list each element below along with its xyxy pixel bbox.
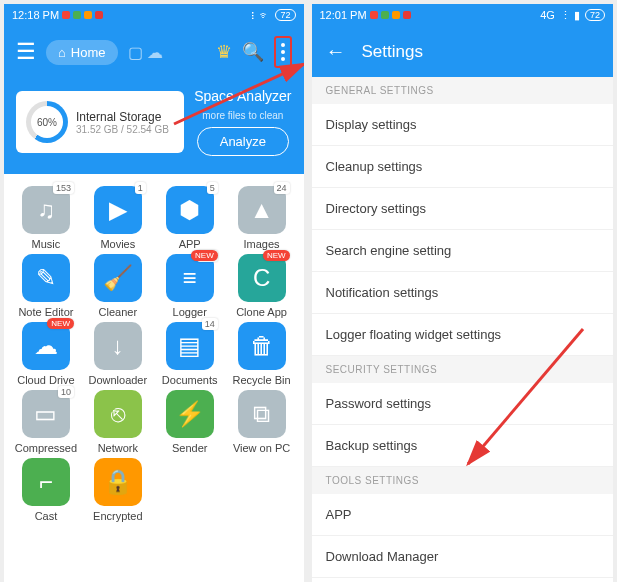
app-item[interactable]: ▤14Documents [156,322,224,386]
app-icon: ⧉ [238,390,286,438]
app-item[interactable]: ▭10Compressed [12,390,80,454]
count-badge: 10 [58,386,74,398]
storage-card[interactable]: 60% Internal Storage 31.52 GB / 52.54 GB [16,91,184,153]
app-item[interactable]: ≡288NEWLogger [156,254,224,318]
home-label: Home [71,45,106,60]
more-menu-highlight [274,36,292,68]
home-tab[interactable]: ⌂ Home [46,40,118,65]
app-label: Documents [162,374,218,386]
battery-indicator: 72 [275,9,295,21]
setting-item[interactable]: APP [312,494,614,536]
setting-item[interactable]: Search engine setting [312,230,614,272]
app-icon: ▤14 [166,322,214,370]
app-label: View on PC [233,442,290,454]
app-label: Recycle Bin [233,374,291,386]
settings-header: ← Settings [312,26,614,77]
app-icon: ✎ [22,254,70,302]
app-item[interactable]: ⌐Cast [12,458,80,522]
setting-item[interactable]: Directory settings [312,188,614,230]
notif-dot [95,11,103,19]
app-item[interactable]: ⧉View on PC [228,390,296,454]
count-badge: 14 [202,318,218,330]
more-menu-icon[interactable] [278,40,288,64]
hero-section: 60% Internal Storage 31.52 GB / 52.54 GB… [4,78,304,174]
app-icon: ⚡ [166,390,214,438]
signal-icon: ⋮ ▮ [560,9,580,22]
app-item[interactable]: ↓Downloader [84,322,152,386]
app-item[interactable]: 🗑Recycle Bin [228,322,296,386]
status-time: 12:01 PM [320,9,367,21]
count-badge: 1 [135,182,146,194]
setting-item[interactable]: Notification settings [312,272,614,314]
phone-home: 12:18 PM ⋮ ᯤ 72 ☰ ⌂ Home ▢ ☁ ♛ 🔍 [4,4,304,582]
app-item[interactable]: 🧹Cleaner [84,254,152,318]
tab-extra-icon[interactable]: ▢ ☁ [128,43,163,62]
notif-dot [403,11,411,19]
back-icon[interactable]: ← [326,40,346,63]
app-icon: ☁NEW [22,322,70,370]
app-item[interactable]: ☁NEWCloud Drive [12,322,80,386]
network-label: 4G [540,9,555,21]
status-bar: 12:18 PM ⋮ ᯤ 72 [4,4,304,26]
count-badge: 24 [274,182,290,194]
app-item[interactable]: ⬢5APP [156,186,224,250]
app-label: Clone App [236,306,287,318]
app-item[interactable]: ✎Note Editor [12,254,80,318]
app-label: APP [179,238,201,250]
app-label: Movies [100,238,135,250]
page-title: Settings [362,42,423,62]
menu-icon[interactable]: ☰ [16,39,36,65]
app-label: Images [244,238,280,250]
app-label: Sender [172,442,207,454]
section-header: SECURITY SETTINGS [312,356,614,383]
app-label: Compressed [15,442,77,454]
app-icon: 🔒 [94,458,142,506]
new-badge: NEW [191,250,218,261]
status-bar: 12:01 PM 4G ⋮ ▮ 72 [312,4,614,26]
setting-item[interactable]: Password settings [312,383,614,425]
new-badge: NEW [47,318,74,329]
app-header: ☰ ⌂ Home ▢ ☁ ♛ 🔍 [4,26,304,78]
app-icon: ▲24 [238,186,286,234]
analyzer-sub: more files to clean [202,110,283,121]
analyzer-title: Space Analyzer [194,88,291,104]
app-item[interactable]: ▲24Images [228,186,296,250]
app-icon: ⌐ [22,458,70,506]
setting-item[interactable]: Window settings [312,578,614,582]
app-icon: ⬢5 [166,186,214,234]
app-item[interactable]: ⚡Sender [156,390,224,454]
app-icon: ♫153 [22,186,70,234]
app-icon: ▭10 [22,390,70,438]
search-icon[interactable]: 🔍 [242,41,264,63]
phone-settings: 12:01 PM 4G ⋮ ▮ 72 ← Settings GENERAL SE… [312,4,614,582]
settings-list: GENERAL SETTINGSDisplay settingsCleanup … [312,77,614,582]
analyze-button[interactable]: Analyze [197,127,289,156]
app-icon: 🧹 [94,254,142,302]
setting-item[interactable]: Display settings [312,104,614,146]
notif-dot [381,11,389,19]
app-item[interactable]: ▶1Movies [84,186,152,250]
crown-icon[interactable]: ♛ [216,41,232,63]
app-item[interactable]: ♫153Music [12,186,80,250]
notif-dot [392,11,400,19]
app-grid: ♫153Music▶1Movies⬢5APP▲24Images✎Note Edi… [4,174,304,534]
battery-indicator: 72 [585,9,605,21]
section-header: TOOLS SETTINGS [312,467,614,494]
setting-item[interactable]: Backup settings [312,425,614,467]
app-item[interactable]: CNEWClone App [228,254,296,318]
app-item[interactable]: 🔒Encrypted [84,458,152,522]
setting-item[interactable]: Cleanup settings [312,146,614,188]
app-icon: 🗑 [238,322,286,370]
app-label: Cleaner [99,306,138,318]
new-badge: NEW [263,250,290,261]
notif-dot [84,11,92,19]
section-header: GENERAL SETTINGS [312,77,614,104]
app-icon: CNEW [238,254,286,302]
setting-item[interactable]: Logger floating widget settings [312,314,614,356]
notif-dot [370,11,378,19]
status-time: 12:18 PM [12,9,59,21]
setting-item[interactable]: Download Manager [312,536,614,578]
app-icon: ↓ [94,322,142,370]
app-item[interactable]: ⎋Network [84,390,152,454]
count-badge: 153 [53,182,74,194]
